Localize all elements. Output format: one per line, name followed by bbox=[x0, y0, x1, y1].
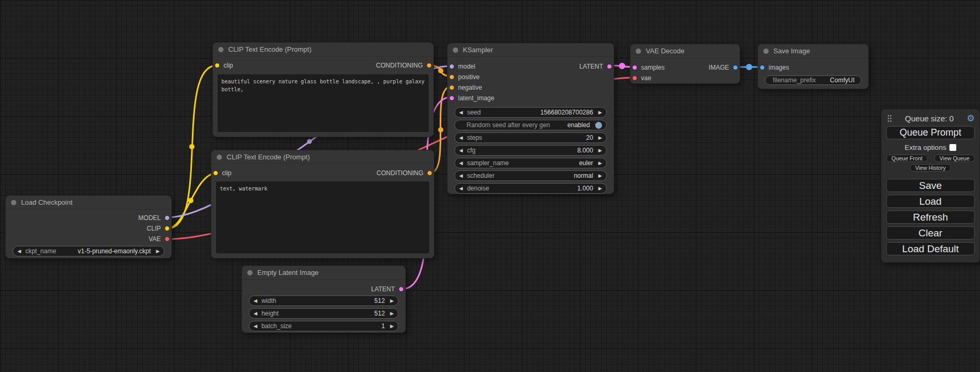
increment-arrow-icon[interactable]: ▶ bbox=[598, 160, 602, 166]
queue-front-button[interactable]: Queue Front bbox=[886, 155, 928, 162]
toggle-circle-icon[interactable] bbox=[595, 122, 602, 129]
output-slot-latent[interactable]: LATENT bbox=[371, 285, 404, 293]
widget-width[interactable]: ◀ width 512 ▶ bbox=[249, 295, 399, 306]
positive-prompt-textarea[interactable]: beautiful scenery nature glass bottle la… bbox=[218, 74, 429, 132]
latent-output-dot[interactable] bbox=[399, 287, 404, 292]
node-titlebar[interactable]: CLIP Text Encode (Prompt) bbox=[211, 150, 434, 164]
node-titlebar[interactable]: Empty Latent Image bbox=[242, 266, 405, 280]
negative-input-dot[interactable] bbox=[449, 85, 454, 90]
load-default-button[interactable]: Load Default bbox=[886, 242, 975, 255]
clip-output-dot[interactable] bbox=[164, 226, 170, 231]
latent-output-dot[interactable] bbox=[607, 64, 612, 69]
decrement-arrow-icon[interactable]: ◀ bbox=[459, 135, 463, 140]
increment-arrow-icon[interactable]: ▶ bbox=[156, 249, 160, 254]
node-load-checkpoint[interactable]: Load Checkpoint MODEL CLIP VAE ◀ ckpt_na… bbox=[5, 195, 172, 259]
widget-batch-size[interactable]: ◀ batch_size 1 ▶ bbox=[249, 321, 399, 331]
load-button[interactable]: Load bbox=[886, 195, 975, 208]
collapse-dot-icon[interactable] bbox=[453, 47, 458, 53]
node-titlebar[interactable]: VAE Decode bbox=[630, 44, 740, 58]
increment-arrow-icon[interactable]: ▶ bbox=[598, 148, 602, 153]
widget-random-seed-toggle[interactable]: Random seed after every gen enabled bbox=[454, 120, 607, 130]
node-titlebar[interactable]: Load Checkpoint bbox=[6, 196, 171, 209]
conditioning-output-dot[interactable] bbox=[426, 63, 432, 68]
widget-filename-prefix[interactable]: filename_prefix ComfyUI bbox=[765, 75, 861, 85]
clip-input-dot[interactable] bbox=[215, 63, 220, 68]
extra-options-checkbox[interactable] bbox=[949, 144, 956, 151]
positive-input-dot[interactable] bbox=[449, 74, 454, 80]
output-slot-latent[interactable]: LATENT bbox=[579, 63, 612, 70]
decrement-arrow-icon[interactable]: ◀ bbox=[459, 186, 463, 191]
output-slot-vae[interactable]: VAE bbox=[149, 235, 170, 243]
node-vae-decode[interactable]: VAE Decode samples IMAGE vae bbox=[630, 44, 740, 84]
vae-input-dot[interactable] bbox=[632, 75, 637, 81]
collapse-dot-icon[interactable] bbox=[217, 155, 222, 160]
gear-icon[interactable]: ⚙ bbox=[967, 114, 975, 123]
output-slot-clip[interactable]: CLIP bbox=[147, 225, 170, 232]
widget-cfg[interactable]: ◀ cfg 8.000 ▶ bbox=[454, 145, 607, 156]
decrement-arrow-icon[interactable]: ◀ bbox=[459, 148, 463, 153]
decrement-arrow-icon[interactable]: ◀ bbox=[254, 323, 257, 329]
input-slot-positive[interactable]: positive bbox=[449, 73, 480, 81]
decrement-arrow-icon[interactable]: ◀ bbox=[254, 311, 257, 316]
output-slot-image[interactable]: IMAGE bbox=[709, 64, 738, 71]
node-empty-latent-image[interactable]: Empty Latent Image LATENT ◀ width 512 ▶ … bbox=[241, 265, 406, 333]
conditioning-output-dot[interactable] bbox=[427, 170, 432, 176]
input-slot-negative[interactable]: negative bbox=[449, 84, 482, 91]
input-slot-vae[interactable]: vae bbox=[632, 74, 651, 82]
node-ksampler[interactable]: KSampler model LATENT positive negative … bbox=[447, 43, 614, 194]
output-slot-conditioning[interactable]: CONDITIONING bbox=[376, 62, 432, 69]
input-slot-samples[interactable]: samples bbox=[632, 64, 665, 71]
input-slot-clip[interactable]: clip bbox=[215, 62, 233, 69]
collapse-dot-icon[interactable] bbox=[247, 270, 253, 275]
collapse-dot-icon[interactable] bbox=[11, 200, 16, 205]
node-save-image[interactable]: Save Image images filename_prefix ComfyU… bbox=[758, 44, 869, 89]
input-slot-clip[interactable]: clip bbox=[213, 169, 231, 177]
node-titlebar[interactable]: CLIP Text Encode (Prompt) bbox=[213, 43, 433, 56]
model-output-dot[interactable] bbox=[164, 215, 170, 221]
drag-handle-icon[interactable] bbox=[887, 115, 892, 122]
collapse-dot-icon[interactable] bbox=[218, 47, 224, 52]
increment-arrow-icon[interactable]: ▶ bbox=[598, 135, 602, 140]
widget-sampler-name[interactable]: ◀ sampler_name euler ▶ bbox=[454, 158, 607, 168]
refresh-button[interactable]: Refresh bbox=[886, 211, 975, 224]
image-output-dot[interactable] bbox=[733, 65, 738, 70]
clear-button[interactable]: Clear bbox=[886, 226, 975, 240]
node-clip-text-encode-negative[interactable]: CLIP Text Encode (Prompt) clip CONDITION… bbox=[211, 150, 434, 259]
increment-arrow-icon[interactable]: ▶ bbox=[390, 323, 394, 329]
clip-input-dot[interactable] bbox=[213, 170, 218, 176]
collapse-dot-icon[interactable] bbox=[636, 49, 641, 54]
increment-arrow-icon[interactable]: ▶ bbox=[598, 173, 602, 178]
widget-scheduler[interactable]: ◀ scheduler normal ▶ bbox=[454, 170, 607, 181]
decrement-arrow-icon[interactable]: ◀ bbox=[254, 298, 257, 303]
collapse-dot-icon[interactable] bbox=[763, 49, 769, 54]
decrement-arrow-icon[interactable]: ◀ bbox=[17, 249, 21, 254]
decrement-arrow-icon[interactable]: ◀ bbox=[459, 110, 463, 115]
samples-input-dot[interactable] bbox=[632, 65, 637, 70]
output-slot-model[interactable]: MODEL bbox=[138, 214, 170, 222]
input-slot-images[interactable]: images bbox=[760, 64, 789, 71]
input-slot-model[interactable]: model bbox=[449, 63, 476, 70]
output-slot-conditioning[interactable]: CONDITIONING bbox=[376, 169, 432, 177]
model-input-dot[interactable] bbox=[449, 64, 454, 69]
node-titlebar[interactable]: KSampler bbox=[448, 43, 614, 57]
images-input-dot[interactable] bbox=[760, 65, 765, 70]
widget-height[interactable]: ◀ height 512 ▶ bbox=[249, 308, 399, 319]
increment-arrow-icon[interactable]: ▶ bbox=[598, 110, 602, 115]
widget-seed[interactable]: ◀ seed 156680208700286 ▶ bbox=[454, 107, 607, 118]
widget-denoise[interactable]: ◀ denoise 1.000 ▶ bbox=[454, 183, 607, 194]
widget-steps[interactable]: ◀ steps 20 ▶ bbox=[454, 132, 607, 143]
increment-arrow-icon[interactable]: ▶ bbox=[390, 298, 394, 303]
node-clip-text-encode-positive[interactable]: CLIP Text Encode (Prompt) clip CONDITION… bbox=[212, 42, 434, 137]
node-titlebar[interactable]: Save Image bbox=[758, 44, 868, 58]
view-queue-button[interactable]: View Queue bbox=[934, 155, 975, 162]
vae-output-dot[interactable] bbox=[164, 236, 170, 242]
view-history-button[interactable]: View History bbox=[910, 164, 951, 171]
latent-image-input-dot[interactable] bbox=[449, 96, 454, 101]
widget-ckpt-name[interactable]: ◀ ckpt_name v1-5-pruned-emaonly.ckpt ▶ bbox=[13, 246, 164, 256]
save-button[interactable]: Save bbox=[886, 179, 975, 192]
queue-prompt-button[interactable]: Queue Prompt bbox=[886, 126, 975, 139]
negative-prompt-textarea[interactable]: text, watermark bbox=[216, 182, 429, 253]
decrement-arrow-icon[interactable]: ◀ bbox=[459, 160, 463, 166]
decrement-arrow-icon[interactable]: ◀ bbox=[459, 173, 463, 178]
input-slot-latent-image[interactable]: latent_image bbox=[449, 94, 494, 102]
